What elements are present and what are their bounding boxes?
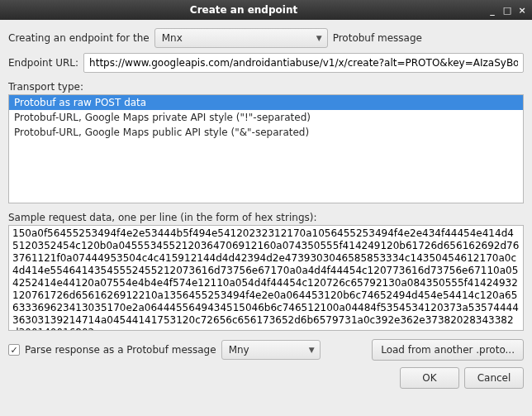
parse-response-checkbox[interactable]: ✓	[8, 344, 20, 356]
transport-type-listbox[interactable]: Protobuf as raw POST data Protobuf-URL, …	[8, 94, 524, 203]
list-item[interactable]: Protobuf as raw POST data	[9, 95, 523, 110]
window-title: Create an endpoint	[3, 4, 484, 16]
load-from-proto-label: Load from another .proto...	[381, 344, 515, 356]
chevron-down-icon: ▼	[316, 35, 322, 42]
message-prefix-label: Creating an endpoint for the	[8, 32, 150, 44]
chevron-down-icon: ▼	[309, 347, 315, 354]
list-item[interactable]: Protobuf-URL, Google Maps private API st…	[9, 110, 523, 125]
sample-data-wrap	[8, 225, 524, 331]
cancel-button[interactable]: Cancel	[464, 367, 524, 389]
endpoint-url-input[interactable]	[83, 53, 524, 73]
response-type-combo[interactable]: Mny ▼	[221, 340, 321, 360]
ok-button[interactable]: OK	[400, 367, 459, 389]
list-item[interactable]: Protobuf-URL, Google Maps public API sty…	[9, 125, 523, 140]
window-titlebar: Create an endpoint _ □ ×	[0, 0, 532, 20]
message-type-value: Mnx	[162, 32, 183, 44]
message-suffix-label: Protobuf message	[333, 32, 422, 44]
sample-data-textarea[interactable]	[9, 226, 523, 330]
endpoint-url-label: Endpoint URL:	[8, 57, 78, 69]
message-type-combo[interactable]: Mnx ▼	[154, 28, 328, 48]
message-row: Creating an endpoint for the Mnx ▼ Proto…	[8, 28, 524, 48]
options-row: ✓ Parse response as a Protobuf message M…	[8, 339, 524, 361]
window-maximize-icon[interactable]: □	[501, 3, 514, 17]
window-close-icon[interactable]: ×	[515, 3, 529, 17]
response-type-value: Mny	[229, 344, 249, 356]
url-row: Endpoint URL:	[8, 53, 524, 73]
parse-response-label: Parse response as a Protobuf message	[25, 344, 216, 356]
ok-label: OK	[422, 372, 436, 384]
sample-data-label: Sample request data, one per line (in th…	[8, 212, 524, 223]
dialog-buttons: OK Cancel	[8, 367, 524, 389]
cancel-label: Cancel	[477, 372, 511, 384]
dialog-content: Creating an endpoint for the Mnx ▼ Proto…	[0, 20, 532, 395]
load-from-proto-button[interactable]: Load from another .proto...	[372, 339, 524, 361]
transport-type-label: Transport type:	[8, 81, 524, 93]
window-minimize-icon[interactable]: _	[486, 3, 499, 17]
